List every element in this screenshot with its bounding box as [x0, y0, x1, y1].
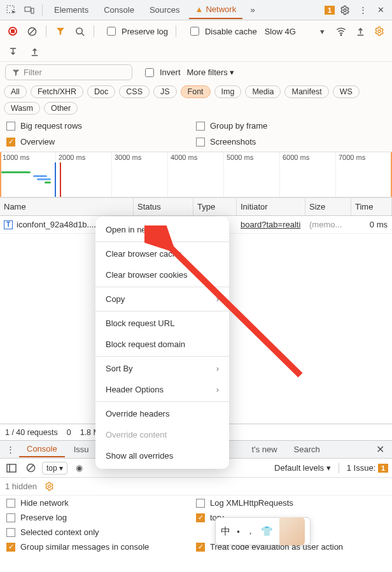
issues-link[interactable]: 1 Issue: 1 [347, 463, 388, 473]
close-icon[interactable]: ✕ [373, 3, 388, 18]
svg-point-9 [378, 30, 381, 32]
col-type[interactable]: Type [193, 198, 237, 215]
tab-elements[interactable]: Elements [48, 1, 95, 18]
filter-icon[interactable] [53, 24, 68, 39]
chip-js[interactable]: JS [153, 85, 177, 98]
chip-xhr[interactable]: Fetch/XHR [31, 85, 83, 98]
screenshots-checkbox[interactable]: Screenshots [196, 137, 386, 147]
group-messages-checkbox[interactable]: Group similar messages in console [6, 542, 196, 552]
search-icon[interactable] [72, 24, 87, 39]
tab-console[interactable]: Console [97, 1, 141, 18]
ctx-sort-by[interactable]: Sort By› [95, 358, 229, 379]
preserve-log-console-checkbox[interactable]: Preserve log [6, 513, 196, 522]
caret-down-icon: ▾ [230, 68, 234, 77]
svg-rect-1 [25, 7, 31, 11]
hide-network-checkbox[interactable]: Hide network [6, 498, 196, 508]
drawer-tab-issues[interactable]: Issu [66, 442, 97, 457]
funnel-icon [12, 69, 20, 76]
throttle-select[interactable]: Slow 4G [265, 27, 296, 36]
overview-timeline[interactable]: 1000 ms 2000 ms 3000 ms 4000 ms 5000 ms … [0, 152, 392, 197]
chip-all[interactable]: All [4, 85, 27, 98]
group-frame-checkbox[interactable]: Group by frame [196, 121, 386, 131]
tick: 4000 ms [168, 152, 224, 197]
wifi-icon[interactable] [333, 24, 349, 39]
drawer-kebab-icon[interactable]: ⋮ [3, 442, 18, 457]
font-file-icon: T [4, 220, 13, 229]
selected-context-checkbox[interactable]: Selected context only [6, 527, 196, 537]
svg-point-3 [344, 9, 346, 11]
ctx-block-url[interactable]: Block request URL [95, 313, 229, 334]
chip-manifest[interactable]: Manifest [284, 85, 328, 98]
load-marker [60, 162, 61, 197]
log-xml-checkbox[interactable]: Log XMLHttpRequests [196, 498, 386, 508]
record-icon[interactable] [5, 24, 20, 39]
clear-icon[interactable] [24, 24, 39, 39]
col-size[interactable]: Size [305, 198, 351, 215]
col-initiator[interactable]: Initiator [237, 198, 305, 215]
ctx-open-new-tab[interactable]: Open in new tab [95, 219, 229, 240]
drawer-tab-whatsnew[interactable]: t's new [244, 442, 285, 457]
big-rows-label: Big request rows [20, 121, 82, 131]
ctx-clear-cache[interactable]: Clear browser cache [95, 243, 229, 264]
status-requests: 1 / 40 requests [5, 428, 58, 437]
tab-network[interactable]: ▲Network [189, 1, 243, 19]
ctx-clear-cookies[interactable]: Clear browser cookies [95, 264, 229, 285]
chip-other[interactable]: Other [44, 102, 78, 115]
chip-css[interactable]: CSS [119, 85, 150, 98]
ctx-show-overrides[interactable]: Show all overrides [95, 445, 229, 466]
drawer-tab-console[interactable]: Console [19, 441, 65, 457]
console-settings-gear-icon[interactable] [42, 479, 57, 494]
inspect-icon[interactable] [4, 3, 19, 18]
console-clear-icon[interactable] [23, 461, 38, 476]
col-time[interactable]: Time [351, 198, 392, 215]
network-settings-gear-icon[interactable] [372, 24, 387, 39]
col-name[interactable]: Name [0, 198, 134, 215]
chip-ws[interactable]: WS [333, 85, 360, 98]
divider [42, 4, 43, 16]
upload-icon[interactable] [353, 24, 368, 39]
more-filters[interactable]: More filters ▾ [187, 68, 235, 77]
screenshots-label: Screenshots [210, 137, 256, 147]
chip-wasm[interactable]: Wasm [4, 102, 40, 115]
tab-network-label: Network [206, 4, 236, 14]
big-rows-checkbox[interactable]: Big request rows [6, 121, 196, 131]
invert-checkbox[interactable]: Invert [143, 66, 181, 79]
chip-media[interactable]: Media [245, 85, 281, 98]
group-frame-label: Group by frame [210, 121, 267, 131]
drawer-close-icon[interactable]: ✕ [371, 443, 389, 455]
preserve-log-checkbox[interactable]: Preserve log [104, 25, 168, 38]
tick: 7000 ms [336, 152, 392, 197]
timeline-left-handle[interactable] [0, 152, 1, 197]
context-select[interactable]: top ▾ [42, 462, 67, 475]
throttle-caret-icon[interactable]: ▾ [314, 24, 330, 39]
chip-img[interactable]: Img [214, 85, 242, 98]
eye-icon[interactable]: ◉ [71, 461, 87, 476]
tick: 3000 ms [112, 152, 168, 197]
disable-cache-checkbox[interactable]: Disable cache [188, 25, 257, 38]
error-badge[interactable]: 1 [325, 6, 335, 15]
ctx-copy[interactable]: Copy› [95, 289, 229, 310]
chip-font[interactable]: Font [181, 85, 211, 98]
gear-icon[interactable] [337, 3, 353, 18]
kebab-icon[interactable]: ⋮ [355, 3, 370, 18]
device-icon[interactable] [22, 3, 37, 18]
ctx-override-headers[interactable]: Override headers [95, 403, 229, 424]
filter-input[interactable]: Filter [5, 64, 132, 80]
more-tabs-icon[interactable]: » [245, 3, 260, 18]
col-status[interactable]: Status [134, 198, 193, 215]
svg-line-5 [29, 28, 34, 34]
ctx-block-domain[interactable]: Block request domain [95, 334, 229, 355]
ime-widget[interactable]: 中 ● ， 👕 [215, 517, 311, 545]
ime-cat-image [279, 517, 305, 545]
disable-cache-label: Disable cache [205, 27, 257, 36]
drawer-tab-search[interactable]: Search [286, 442, 328, 457]
import-har-icon[interactable] [27, 44, 42, 59]
tab-sources[interactable]: Sources [143, 1, 186, 18]
overview-checkbox[interactable]: Overview [6, 137, 196, 147]
ctx-header-options[interactable]: Header Options› [95, 379, 229, 400]
console-sidebar-icon[interactable] [4, 461, 19, 476]
chip-doc[interactable]: Doc [87, 85, 115, 98]
svg-point-14 [48, 485, 51, 488]
export-har-icon[interactable] [5, 44, 20, 59]
levels-select[interactable]: Default levels ▾ [274, 463, 331, 473]
